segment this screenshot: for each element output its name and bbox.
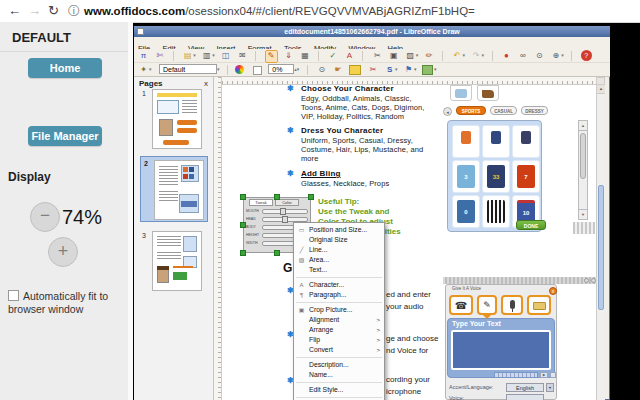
menu-item-alignment[interactable]: Alignment> [294,315,384,325]
menu-item-convert[interactable]: Convert> [294,345,384,355]
menu-item-paragraph[interactable]: ¶Paragraph... [294,290,384,300]
autofit-label: Automatically fit to browser window [8,290,108,315]
selection-handle[interactable] [274,250,280,256]
scrollbar-thumb[interactable] [598,185,604,310]
reload-icon[interactable]: ↻ [48,0,59,22]
selection-handle[interactable] [240,194,246,200]
bullet-icon: ✱ [287,84,294,93]
forward-icon[interactable]: → [28,0,41,22]
undo-icon[interactable]: ↶ [452,50,463,61]
edit-file-icon[interactable]: ✎ [265,50,278,63]
styles-wand-icon[interactable]: ✦ [138,64,149,75]
redo-icon[interactable]: ↷ [471,50,482,61]
paintbrush-icon[interactable]: ✏ [424,50,435,61]
selection-handle[interactable] [308,194,314,200]
formula-icon[interactable]: π [138,50,149,61]
selection-handle[interactable] [240,222,246,228]
help-icon[interactable]: ? [581,50,592,61]
voice-panel-title: Give It A Voice [452,286,481,291]
rectangle-tool-icon[interactable] [349,65,361,75]
jersey-7: 7 [517,165,535,188]
submenu-arrow-icon: > [376,315,380,325]
page-3-thumbnail[interactable] [152,231,202,291]
type-your-text-label: Type Your Text [452,320,501,327]
3d-object-icon[interactable] [422,65,433,75]
printer-icon[interactable]: ▥ [201,50,212,61]
doc-fragment: ed and enter [386,290,431,299]
app-icon [137,28,144,35]
casual-button: CASUAL [490,106,517,115]
menu-item-original-size[interactable]: Original Size [294,235,384,245]
cut-icon[interactable]: ✂ [372,50,383,61]
autofit-option: Automatically fit to browser window [8,290,124,316]
snap-icon[interactable]: S [384,64,395,75]
style-combobox[interactable]: Default [159,64,217,74]
flag-icon[interactable]: ⚑ [403,64,414,75]
export-pdf-icon[interactable]: ⇓ [283,50,294,61]
navigator-icon[interactable]: ⊙ [534,50,545,61]
home-button[interactable]: Home [28,58,102,78]
info-icon[interactable]: ⓘ [68,0,80,22]
zoom-in-button[interactable]: + [48,237,78,267]
save-icon[interactable]: ◫ [220,50,231,61]
paste-icon[interactable]: ▨ [405,50,416,61]
doc-fragment: icrophone [386,387,421,396]
window-title: editdocument14851062662794.pdf - LibreOf… [134,26,610,37]
selection-handle[interactable] [240,250,246,256]
accent-language-label: Accent/Language: [449,384,493,390]
page-2-thumbnail[interactable] [154,160,204,220]
sidebar-title: DEFAULT [12,30,71,45]
doc-heading: Add Bling [301,169,341,178]
zoom-icon[interactable]: ⊕ [550,50,561,61]
text-entry-area [451,330,551,370]
submenu-arrow-icon: > [376,335,380,345]
gallery-icon[interactable]: ● [501,50,512,61]
menu-item-crop-picture[interactable]: ▣Crop Picture... [294,305,384,315]
page-1-thumbnail[interactable] [152,89,202,149]
pages-panel-title: Pages [139,79,163,88]
menu-item-flip[interactable]: Flip> [294,335,384,345]
menu-item-text[interactable]: Text... [294,265,384,275]
offidocs-sidebar: DEFAULT Home File Manager Display − 74% … [0,22,128,400]
magnifier-icon[interactable]: ⊙ [316,64,327,75]
autospellcheck-icon[interactable]: A [344,50,355,61]
spellcheck-icon[interactable]: ✓ [327,50,338,61]
print-direct-icon[interactable]: ▦ [300,50,311,61]
standard-toolbar: π ✄ ▤▾ ▥▾ ◫ ✉ ✎ ⇓ ▦ ✓ A ✂ ▣ ▨▾ ✏ ↶▾ ↷▾ ●… [134,49,610,63]
doc-fragment: nd Voice for [386,346,428,355]
zoom-value: 74% [62,206,102,229]
color-wheel-icon[interactable] [235,65,244,74]
scissors-icon[interactable]: ✂ [368,64,379,75]
pages-panel-close-icon[interactable]: x [204,79,208,88]
browser-toolbar: ← → ↻ ⓘ www.offidocs.com/osessionx04/#/c… [0,0,640,23]
edit-points-icon[interactable]: ✄ [154,50,165,61]
email-icon[interactable]: ✉ [237,50,248,61]
shirt-tab-icon [450,85,472,101]
menu-item-description[interactable]: Description... [294,360,384,370]
selection-handle[interactable] [274,194,280,200]
zoom-out-button[interactable]: − [30,202,60,232]
file-manager-button[interactable]: File Manager [28,126,102,146]
menu-item-character[interactable]: ACharacter... [294,280,384,290]
doc-fragment: your audio [386,302,423,311]
new-document-icon[interactable]: ▤ [182,50,193,61]
vertical-scrollbar[interactable]: ▲ [596,85,605,400]
menu-item-line[interactable]: ╱Line... [294,245,384,255]
copy-icon[interactable]: ▣ [388,50,399,61]
sidebar-divider [0,51,128,52]
menu-item-edit-style[interactable]: Edit Style... [294,385,384,395]
menu-item-name[interactable]: Name... [294,370,384,380]
menu-item-position-size[interactable]: ▭Position and Size... [294,225,384,235]
menu-item-area[interactable]: ▨Area... [294,255,384,265]
back-icon[interactable]: ← [8,0,21,22]
transparency-checkbox[interactable] [253,66,262,75]
voice-label: Voice: [449,395,464,400]
transparency-spinner[interactable]: 0% [268,64,294,74]
hyperlink-icon[interactable]: ∞ [517,50,528,61]
hand-icon[interactable]: ☛ [333,64,344,75]
autofit-checkbox[interactable] [8,290,19,301]
address-bar[interactable]: www.offidocs.com/osessionx04/#/client/RE… [84,0,475,22]
scroll-up-icon[interactable]: ▲ [597,85,605,94]
phone-icon: ☎ [449,295,473,315]
menu-item-arrange[interactable]: Arrange> [294,325,384,335]
